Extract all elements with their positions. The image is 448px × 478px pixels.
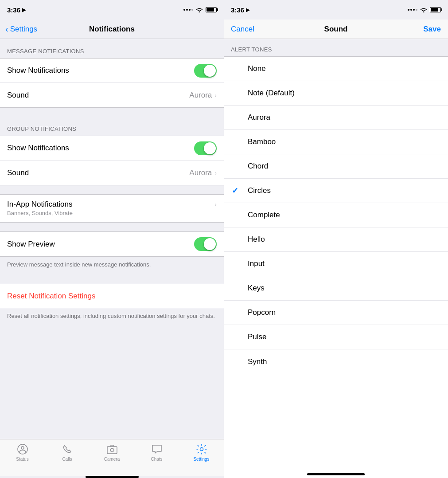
message-notifications-header: MESSAGE NOTIFICATIONS — [0, 39, 224, 58]
sound-item[interactable]: Bamboo — [224, 130, 448, 154]
right-time: 3:36 — [231, 6, 244, 14]
tab-calls[interactable]: Calls — [45, 443, 90, 462]
sound-item[interactable]: Note (Default) — [224, 81, 448, 106]
sound-screen: 3:36 ▶ Cancel Sound Save ALERT TONES N — [224, 0, 448, 478]
right-status-icons — [408, 7, 441, 12]
spacer-3 — [0, 223, 224, 231]
reset-section: Reset Notification Settings Reset all no… — [0, 284, 224, 326]
reset-description: Reset all notification settings, includi… — [0, 308, 224, 326]
sound-item[interactable]: Input — [224, 252, 448, 276]
sound-item[interactable]: Chord — [224, 154, 448, 179]
sound-item-label: Bamboo — [248, 137, 276, 146]
sound-item[interactable]: Synth — [224, 349, 448, 374]
tab-chats-label: Chats — [151, 457, 162, 462]
show-preview-group: Show Preview — [0, 231, 224, 257]
group-notifications-group: Show Notifications Sound Aurora › — [0, 136, 224, 185]
sound-item-label: Synth — [248, 357, 267, 366]
sound-list: NoneNote (Default)AuroraBambooChord✓Circ… — [224, 56, 448, 469]
message-sound-label: Sound — [7, 91, 29, 100]
sound-item[interactable]: Complete — [224, 203, 448, 227]
status-icon — [16, 443, 29, 455]
message-show-notifications-toggle[interactable] — [194, 64, 217, 78]
message-show-notifications-row[interactable]: Show Notifications — [0, 59, 224, 83]
tab-chats[interactable]: Chats — [134, 443, 179, 462]
reset-notification-settings-button[interactable]: Reset Notification Settings — [0, 284, 224, 308]
sound-item-label: Aurora — [248, 113, 270, 122]
sound-item[interactable]: Keys — [224, 276, 448, 301]
back-label[interactable]: Settings — [10, 25, 37, 34]
page-title: Notifications — [89, 25, 135, 34]
back-button[interactable]: ‹ Settings — [5, 24, 37, 34]
group-sound-value: Aurora › — [189, 168, 217, 177]
settings-icon — [195, 443, 208, 455]
in-app-chevron: › — [214, 201, 217, 208]
sound-item-label: Input — [248, 259, 265, 268]
sound-item-label: Chord — [248, 162, 268, 171]
sound-item-label: Circles — [248, 186, 271, 195]
calls-icon — [61, 443, 74, 455]
in-app-group: In-App Notifications › Banners, Sounds, … — [0, 194, 224, 223]
scroll-content: MESSAGE NOTIFICATIONS Show Notifications… — [0, 39, 224, 439]
message-sound-chevron: › — [214, 92, 217, 99]
home-bar-right — [307, 473, 365, 475]
sound-item-label: Keys — [248, 284, 265, 293]
show-preview-description: Preview message text inside new message … — [0, 257, 224, 275]
time-display: 3:36 ▶ — [7, 6, 26, 14]
sound-nav-bar: Cancel Sound Save — [224, 20, 448, 39]
in-app-notifications-row[interactable]: In-App Notifications › Banners, Sounds, … — [0, 195, 224, 222]
svg-point-1 — [21, 447, 24, 449]
message-sound-row[interactable]: Sound Aurora › — [0, 83, 224, 107]
sound-item-label: Pulse — [248, 333, 267, 341]
show-preview-label: Show Preview — [7, 240, 55, 249]
home-bar-left — [86, 476, 139, 478]
sound-item-label: Complete — [248, 211, 280, 219]
message-show-notifications-label: Show Notifications — [7, 66, 69, 75]
group-sound-value-text: Aurora — [189, 168, 212, 177]
home-indicator-left — [0, 476, 224, 478]
svg-rect-2 — [107, 447, 117, 454]
group-sound-label: Sound — [7, 168, 29, 177]
spacer-2 — [0, 185, 224, 194]
in-app-notifications-label: In-App Notifications — [7, 200, 72, 209]
battery-icon — [206, 7, 217, 12]
sound-item[interactable]: Popcorn — [224, 301, 448, 325]
group-notifications-header: GROUP NOTIFICATIONS — [0, 117, 224, 136]
tab-camera[interactable]: Camera — [90, 443, 134, 462]
group-show-notifications-row[interactable]: Show Notifications — [0, 136, 224, 161]
tab-status-label: Status — [16, 457, 28, 462]
camera-icon — [106, 443, 118, 455]
sound-item[interactable]: None — [224, 57, 448, 81]
group-show-notifications-toggle[interactable] — [194, 141, 217, 155]
checkmark-icon: ✓ — [232, 186, 238, 196]
in-app-row-inner: In-App Notifications › — [7, 200, 217, 209]
group-sound-chevron: › — [214, 169, 217, 176]
show-preview-toggle[interactable] — [194, 237, 217, 251]
group-sound-row[interactable]: Sound Aurora › — [0, 161, 224, 185]
spacer-1 — [0, 108, 224, 117]
sound-item[interactable]: ✓Circles — [224, 179, 448, 203]
cancel-button[interactable]: Cancel — [231, 25, 257, 34]
status-bar-right: 3:36 ▶ — [224, 0, 448, 20]
sound-item[interactable]: Hello — [224, 227, 448, 252]
toggle-thumb-2 — [204, 142, 216, 154]
group-show-notifications-label: Show Notifications — [7, 144, 69, 153]
tab-settings[interactable]: Settings — [179, 443, 224, 462]
right-wifi-icon — [420, 7, 427, 12]
right-location-icon: ▶ — [246, 7, 249, 13]
signal-dots — [183, 9, 193, 11]
chats-icon — [151, 443, 163, 455]
right-time-display: 3:36 ▶ — [231, 6, 249, 14]
save-button[interactable]: Save — [414, 25, 441, 34]
tab-status[interactable]: Status — [0, 443, 45, 462]
show-preview-row[interactable]: Show Preview — [0, 232, 224, 256]
status-bar-left: 3:36 ▶ — [0, 0, 224, 20]
nav-bar: ‹ Settings Notifications — [0, 20, 224, 39]
status-icons — [183, 7, 217, 12]
wifi-icon — [196, 7, 203, 12]
in-app-subtitle: Banners, Sounds, Vibrate — [7, 210, 73, 216]
sound-item[interactable]: Pulse — [224, 325, 448, 349]
sound-item-label: Note (Default) — [248, 89, 295, 98]
sound-item[interactable]: Aurora — [224, 106, 448, 130]
message-sound-value: Aurora › — [189, 91, 217, 100]
tab-bar: Status Calls Camera — [0, 439, 224, 476]
